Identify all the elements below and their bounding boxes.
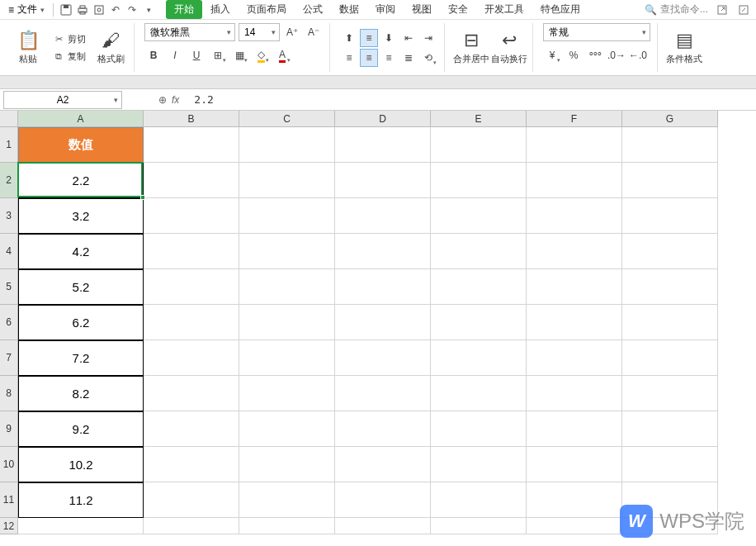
col-header-A[interactable]: A	[18, 111, 144, 127]
auto-wrap-button[interactable]: ↩ 自动换行	[493, 28, 526, 67]
tab-view[interactable]: 视图	[404, 0, 440, 19]
cell-E12[interactable]	[431, 518, 527, 534]
cell-F3[interactable]	[527, 198, 622, 234]
indent-decrease-icon[interactable]: ⇤	[399, 29, 418, 47]
tab-home[interactable]: 开始	[166, 0, 202, 19]
cell-E1[interactable]	[431, 127, 527, 163]
cell-E7[interactable]	[431, 340, 527, 376]
cell-F5[interactable]	[527, 269, 622, 305]
percent-icon[interactable]: %	[565, 46, 583, 64]
cell-E10[interactable]	[431, 447, 527, 482]
cell-B5[interactable]	[144, 269, 239, 305]
cell-B11[interactable]	[144, 482, 239, 518]
formula-input[interactable]: 2.2	[187, 93, 756, 106]
cell-D7[interactable]	[335, 340, 431, 376]
col-header-D[interactable]: D	[335, 111, 431, 127]
fill-color-icon[interactable]: ◇	[252, 46, 270, 64]
italic-icon[interactable]: I	[166, 46, 184, 64]
col-header-F[interactable]: F	[527, 111, 622, 127]
orientation-icon[interactable]: ⟲	[419, 49, 437, 67]
cell-G8[interactable]	[622, 376, 718, 411]
tab-review[interactable]: 审阅	[367, 0, 404, 19]
cell-D2[interactable]	[335, 163, 431, 198]
cell-C1[interactable]	[239, 127, 335, 163]
cell-F6[interactable]	[527, 305, 622, 340]
print-icon[interactable]	[75, 2, 90, 17]
align-center-icon[interactable]: ≡	[360, 49, 378, 67]
cell-D11[interactable]	[335, 482, 431, 518]
cell-G3[interactable]	[622, 198, 718, 234]
align-top-icon[interactable]: ⬆	[340, 29, 358, 47]
cell-A5[interactable]: 5.2	[18, 269, 144, 305]
collapse-icon[interactable]	[736, 2, 751, 17]
underline-icon[interactable]: U	[187, 46, 206, 64]
cell-G9[interactable]	[622, 411, 718, 447]
cell-G4[interactable]	[622, 234, 718, 269]
redo-icon[interactable]: ↷	[125, 2, 139, 17]
cell-G7[interactable]	[622, 340, 718, 376]
cell-F11[interactable]	[527, 482, 622, 518]
cell-E8[interactable]	[431, 376, 527, 411]
row-header-8[interactable]: 8	[0, 376, 18, 411]
col-header-G[interactable]: G	[622, 111, 718, 127]
cell-F10[interactable]	[527, 447, 622, 482]
cell-F4[interactable]	[527, 234, 622, 269]
cell-B10[interactable]	[144, 447, 239, 482]
insert-function-icon[interactable]: ⊕	[158, 94, 167, 106]
tab-insert[interactable]: 插入	[202, 0, 239, 19]
row-header-11[interactable]: 11	[0, 482, 18, 518]
cell-C3[interactable]	[239, 198, 335, 234]
cell-A10[interactable]: 10.2	[18, 447, 144, 482]
cell-G2[interactable]	[622, 163, 718, 198]
number-format-combo[interactable]: 常规	[543, 23, 650, 41]
font-name-combo[interactable]: 微软雅黑	[144, 23, 235, 41]
comma-icon[interactable]: ᵒᵒᵒ	[586, 46, 604, 64]
row-header-9[interactable]: 9	[0, 411, 18, 447]
cell-C5[interactable]	[239, 269, 335, 305]
pattern-icon[interactable]: ▦	[230, 46, 248, 64]
fill-handle[interactable]	[140, 195, 145, 200]
tab-page-layout[interactable]: 页面布局	[239, 0, 295, 19]
cell-E2[interactable]	[431, 163, 527, 198]
cell-F9[interactable]	[527, 411, 622, 447]
row-header-7[interactable]: 7	[0, 340, 18, 376]
cell-E4[interactable]	[431, 234, 527, 269]
cell-C8[interactable]	[239, 376, 335, 411]
undo-icon[interactable]: ↶	[108, 2, 123, 17]
cell-D9[interactable]	[335, 411, 431, 447]
indent-increase-icon[interactable]: ⇥	[419, 29, 437, 47]
cell-D5[interactable]	[335, 269, 431, 305]
share-icon[interactable]	[715, 2, 730, 17]
font-color-icon[interactable]: A	[273, 46, 291, 64]
cell-G1[interactable]	[622, 127, 718, 163]
cell-F8[interactable]	[527, 376, 622, 411]
print-preview-icon[interactable]	[92, 2, 106, 17]
cell-B2[interactable]	[144, 163, 239, 198]
tab-formulas[interactable]: 公式	[295, 0, 331, 19]
align-left-icon[interactable]: ≡	[340, 49, 358, 67]
cell-D6[interactable]	[335, 305, 431, 340]
tab-data[interactable]: 数据	[331, 0, 367, 19]
cell-A4[interactable]: 4.2	[18, 234, 144, 269]
cell-D4[interactable]	[335, 234, 431, 269]
cell-D10[interactable]	[335, 447, 431, 482]
cell-C7[interactable]	[239, 340, 335, 376]
tab-special[interactable]: 特色应用	[532, 0, 588, 19]
currency-icon[interactable]: ¥	[543, 46, 561, 64]
row-header-2[interactable]: 2	[0, 163, 18, 198]
cell-D12[interactable]	[335, 518, 431, 534]
cell-C9[interactable]	[239, 411, 335, 447]
cell-A7[interactable]: 7.2	[18, 340, 144, 376]
increase-decimal-icon[interactable]: .0→	[607, 46, 626, 64]
cell-E5[interactable]	[431, 269, 527, 305]
cell-A6[interactable]: 6.2	[18, 305, 144, 340]
paste-button[interactable]: 📋 粘贴	[12, 28, 45, 67]
cell-C6[interactable]	[239, 305, 335, 340]
cell-C12[interactable]	[239, 518, 335, 534]
cell-B12[interactable]	[144, 518, 239, 534]
border-icon[interactable]: ⊞	[209, 46, 227, 64]
row-header-12[interactable]: 12	[0, 518, 18, 534]
bold-icon[interactable]: B	[144, 46, 163, 64]
col-header-C[interactable]: C	[239, 111, 335, 127]
row-header-6[interactable]: 6	[0, 305, 18, 340]
